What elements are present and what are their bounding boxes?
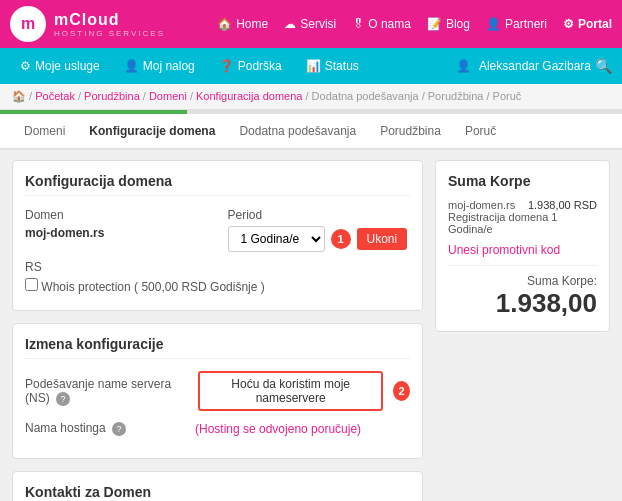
nav-home[interactable]: 🏠 Home	[217, 17, 268, 31]
whois-label: Whois protection	[41, 280, 130, 294]
breadcrumb-home[interactable]: Početak	[35, 90, 75, 102]
step-konfiguracija[interactable]: Konfiguracije domena	[77, 114, 227, 150]
cart-total-label: Suma Korpe:	[448, 274, 597, 288]
top-navigation: m mCloud HOSTING SERVICES 🏠 Home ☁ Servi…	[0, 0, 622, 48]
secondary-navigation: ⚙ Moje usluge 👤 Moj nalog ❓ Podrška 📊 St…	[0, 48, 622, 84]
domen-label: Domen	[25, 208, 208, 222]
main-content: Konfiguracija domena Domen moj-domen.rs …	[0, 150, 622, 501]
izmena-title: Izmena konfiguracije	[25, 336, 410, 359]
cart-item-desc: Registracija domena 1 Godina/e	[448, 211, 597, 235]
whois-row: Whois protection ( 500,00 RSD Godišnje )	[25, 278, 410, 294]
nav-portal[interactable]: ⚙ Portal	[563, 17, 612, 31]
hosting-link[interactable]: (Hosting se odvojeno poručuje)	[195, 422, 361, 436]
domen-col: Domen moj-domen.rs	[25, 208, 208, 252]
step-poruc[interactable]: Poruč	[453, 114, 508, 150]
cart-item-price: 1.938,00 RSD	[528, 199, 597, 211]
breadcrumb-konfiguracija[interactable]: Konfiguracija domena	[196, 90, 302, 102]
logo-icon: m	[10, 6, 46, 42]
period-select[interactable]: 1 Godina/e 2 Godine 3 Godine	[228, 226, 325, 252]
top-nav-links: 🏠 Home ☁ Servisi 🎖 O nama 📝 Blog 👤 Partn…	[217, 17, 612, 31]
whois-price: ( 500,00 RSD Godišnje )	[134, 280, 265, 294]
rs-label: RS	[25, 260, 410, 274]
konfiguracija-card: Konfiguracija domena Domen moj-domen.rs …	[12, 160, 423, 311]
ns-label: Podešavanje name servera (NS) ?	[25, 377, 188, 406]
nav-servisi[interactable]: ☁ Servisi	[284, 17, 336, 31]
steps-progress-fill	[0, 110, 187, 114]
nav-blog[interactable]: 📝 Blog	[427, 17, 470, 31]
badge-2: 2	[393, 381, 410, 401]
period-section: Domen moj-domen.rs Period 1 Godina/e 2 G…	[25, 208, 410, 252]
nav-partneri[interactable]: 👤 Partneri	[486, 17, 547, 31]
cart-card: Suma Korpe 1.938,00 RSD moj-domen.rs Reg…	[435, 160, 610, 332]
search-icon[interactable]: 🔍	[595, 58, 612, 74]
ns-help-icon[interactable]: ?	[56, 392, 70, 406]
ns-row: Podešavanje name servera (NS) ? Hoću da …	[25, 371, 410, 411]
promo-link[interactable]: Unesi promotivni kod	[448, 243, 597, 257]
steps-progress-bar	[0, 110, 622, 114]
sec-nav-podrska[interactable]: ❓ Podrška	[209, 55, 292, 77]
konfiguracija-title: Konfiguracija domena	[25, 173, 410, 196]
cart-total-amount: 1.938,00	[448, 288, 597, 319]
step-dodatna[interactable]: Dodatna podešavanja	[227, 114, 368, 150]
sec-nav-moj-nalog[interactable]: 👤 Moj nalog	[114, 55, 205, 77]
period-select-row: 1 Godina/e 2 Godine 3 Godine 1 Ukoni	[228, 226, 411, 252]
period-col: Period 1 Godina/e 2 Godine 3 Godine 1 Uk…	[228, 208, 411, 252]
steps-tabs: Domeni Konfiguracije domena Dodatna pode…	[0, 114, 622, 148]
step-porudzbina[interactable]: Porudžbina	[368, 114, 453, 150]
domain-value: moj-domen.rs	[25, 226, 208, 240]
cart-divider	[448, 265, 597, 266]
sec-nav-status[interactable]: 📊 Status	[296, 55, 369, 77]
breadcrumb-domeni[interactable]: Domeni	[149, 90, 187, 102]
breadcrumb-porudzbina[interactable]: Porudžbina	[84, 90, 140, 102]
kontakti-card: Kontakti za Domen Koristite moje detalje…	[12, 471, 423, 501]
nameserver-button[interactable]: Hoću da koristim moje nameservere	[198, 371, 383, 411]
sec-nav-moje-usluge[interactable]: ⚙ Moje usluge	[10, 55, 110, 77]
hosting-help-icon[interactable]: ?	[112, 422, 126, 436]
breadcrumb: 🏠 / Početak / Porudžbina / Domeni / Konf…	[0, 84, 622, 110]
brand-name: mCloud HOSTING SERVICES	[54, 11, 165, 38]
logo-area: m mCloud HOSTING SERVICES	[10, 6, 165, 42]
ukoni-button[interactable]: Ukoni	[357, 228, 408, 250]
hosting-row: Nama hostinga ? (Hosting se odvojeno por…	[25, 421, 410, 436]
cart-item: 1.938,00 RSD moj-domen.rs Registracija d…	[448, 199, 597, 235]
step-domeni[interactable]: Domeni	[12, 114, 77, 150]
izmena-card: Izmena konfiguracije Podešavanje name se…	[12, 323, 423, 459]
whois-checkbox[interactable]	[25, 278, 38, 291]
left-panel: Konfiguracija domena Domen moj-domen.rs …	[12, 160, 423, 501]
right-panel: Suma Korpe 1.938,00 RSD moj-domen.rs Reg…	[435, 160, 610, 501]
hosting-label: Nama hostinga ?	[25, 421, 185, 436]
nav-o-nama[interactable]: 🎖 O nama	[352, 17, 411, 31]
kontakti-title: Kontakti za Domen	[25, 484, 410, 501]
cart-title: Suma Korpe	[448, 173, 597, 189]
badge-1: 1	[331, 229, 351, 249]
period-label: Period	[228, 208, 411, 222]
steps-bar: Domeni Konfiguracije domena Dodatna pode…	[0, 110, 622, 150]
sec-nav-user[interactable]: 👤 Aleksandar Gazibara	[456, 59, 591, 73]
